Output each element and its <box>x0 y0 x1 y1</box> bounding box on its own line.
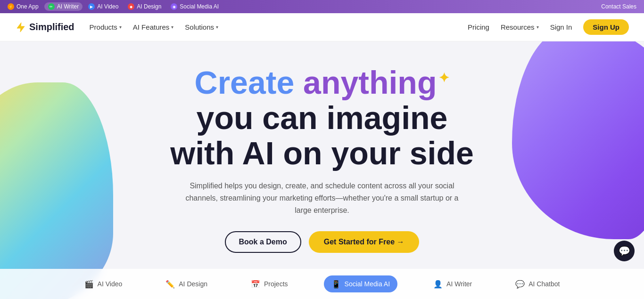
hero-section: Create anything✦ you can imagine with AI… <box>0 41 644 299</box>
chat-support-button[interactable]: 💬 <box>614 241 635 261</box>
resources-chevron-icon: ▾ <box>537 24 539 30</box>
hero-title: Create anything✦ you can imagine with AI… <box>170 65 474 170</box>
hero-content: Create anything✦ you can imagine with AI… <box>170 65 474 253</box>
nav-ai-features-label: AI Features <box>133 23 170 31</box>
topbar-item-ai-design[interactable]: ◆ AI Design <box>124 2 165 11</box>
topbar-item-ai-writer[interactable]: ✏ AI Writer <box>44 2 83 11</box>
hero-buttons: Book a Demo Get Started for Free → <box>170 231 474 253</box>
tab-social-media-icon: 📱 <box>331 279 341 289</box>
hero-title-line2: you can imagine <box>197 100 448 136</box>
top-bar-items: ⚡ One App ✏ AI Writer ▶ AI Video ◆ AI De… <box>4 2 223 11</box>
topbar-label-ai-design: AI Design <box>137 3 161 10</box>
topbar-label-one-app: One App <box>17 3 39 10</box>
bottom-tabs: 🎬 AI Video ✏️ AI Design 📅 Projects 📱 Soc… <box>0 269 644 299</box>
ai-features-chevron-icon: ▾ <box>171 24 173 30</box>
blob-right-decoration <box>512 41 644 239</box>
nav-pricing[interactable]: Pricing <box>468 23 489 31</box>
navbar: Simplified Products ▾ AI Features ▾ Solu… <box>0 13 644 41</box>
tab-social-media-ai[interactable]: 📱 Social Media AI <box>324 275 398 292</box>
contact-sales-link[interactable]: Contact Sales <box>601 3 636 10</box>
topbar-item-ai-video[interactable]: ▶ AI Video <box>84 2 122 11</box>
topbar-item-social-media-ai[interactable]: ◉ Social Media AI <box>167 2 223 11</box>
nav-pricing-label: Pricing <box>468 23 489 31</box>
nav-resources[interactable]: Resources ▾ <box>501 23 539 31</box>
products-chevron-icon: ▾ <box>119 24 122 30</box>
tab-projects-label: Projects <box>264 280 288 288</box>
tab-ai-design[interactable]: ✏️ AI Design <box>158 275 215 292</box>
get-started-button[interactable]: Get Started for Free → <box>309 231 420 253</box>
sparkle-icon: ✦ <box>438 71 449 85</box>
nav-links: Products ▾ AI Features ▾ Solutions ▾ <box>90 23 218 31</box>
tab-ai-writer[interactable]: 👤 AI Writer <box>426 275 479 292</box>
hero-title-create: Create <box>195 65 304 100</box>
tab-projects[interactable]: 📅 Projects <box>243 275 296 292</box>
nav-solutions[interactable]: Solutions ▾ <box>185 23 218 31</box>
nav-resources-label: Resources <box>501 23 535 31</box>
one-app-icon: ⚡ <box>8 3 14 10</box>
signin-button[interactable]: Sign In <box>550 23 572 31</box>
tab-ai-video[interactable]: 🎬 AI Video <box>77 275 130 292</box>
hero-title-anything: anything <box>303 65 437 100</box>
signup-button[interactable]: Sign Up <box>583 19 629 35</box>
nav-solutions-label: Solutions <box>185 23 214 31</box>
logo-text: Simplified <box>29 22 74 32</box>
tab-social-media-label: Social Media AI <box>345 280 390 288</box>
tab-ai-writer-icon: 👤 <box>433 279 443 289</box>
hero-title-line3: with AI on your side <box>170 135 474 171</box>
ai-video-icon: ▶ <box>88 3 95 10</box>
nav-ai-features[interactable]: AI Features ▾ <box>133 23 174 31</box>
tab-ai-design-label: AI Design <box>179 280 207 288</box>
nav-left: Simplified Products ▾ AI Features ▾ Solu… <box>15 22 218 33</box>
tab-ai-writer-label: AI Writer <box>446 280 472 288</box>
topbar-label-ai-video: AI Video <box>97 3 118 10</box>
tab-ai-chatbot-label: AI Chatbot <box>528 280 560 288</box>
ai-writer-icon: ✏ <box>48 3 55 10</box>
tab-ai-chatbot-icon: 💬 <box>515 279 525 289</box>
logo[interactable]: Simplified <box>15 22 74 33</box>
ai-design-icon: ◆ <box>128 3 134 10</box>
tab-ai-chatbot[interactable]: 💬 AI Chatbot <box>508 275 567 292</box>
topbar-label-social-media-ai: Social Media AI <box>180 3 219 10</box>
tab-ai-design-icon: ✏️ <box>165 279 175 289</box>
nav-products-label: Products <box>90 23 117 31</box>
social-media-icon: ◉ <box>171 3 177 10</box>
tab-ai-video-label: AI Video <box>98 280 123 288</box>
chat-bubble-icon: 💬 <box>619 245 630 257</box>
topbar-item-one-app[interactable]: ⚡ One App <box>4 2 42 11</box>
nav-right: Pricing Resources ▾ Sign In Sign Up <box>468 19 629 35</box>
blob-left-decoration <box>0 82 113 299</box>
nav-right-links: Pricing Resources ▾ <box>468 23 539 31</box>
hero-subtitle: Simplified helps you design, create, and… <box>185 180 459 216</box>
topbar-label-ai-writer: AI Writer <box>57 3 79 10</box>
tab-ai-video-icon: 🎬 <box>84 279 94 289</box>
solutions-chevron-icon: ▾ <box>216 24 218 30</box>
logo-icon <box>15 22 26 33</box>
top-bar: ⚡ One App ✏ AI Writer ▶ AI Video ◆ AI De… <box>0 0 644 13</box>
nav-products[interactable]: Products ▾ <box>90 23 122 31</box>
book-demo-button[interactable]: Book a Demo <box>225 231 301 253</box>
tab-projects-icon: 📅 <box>251 279 260 289</box>
